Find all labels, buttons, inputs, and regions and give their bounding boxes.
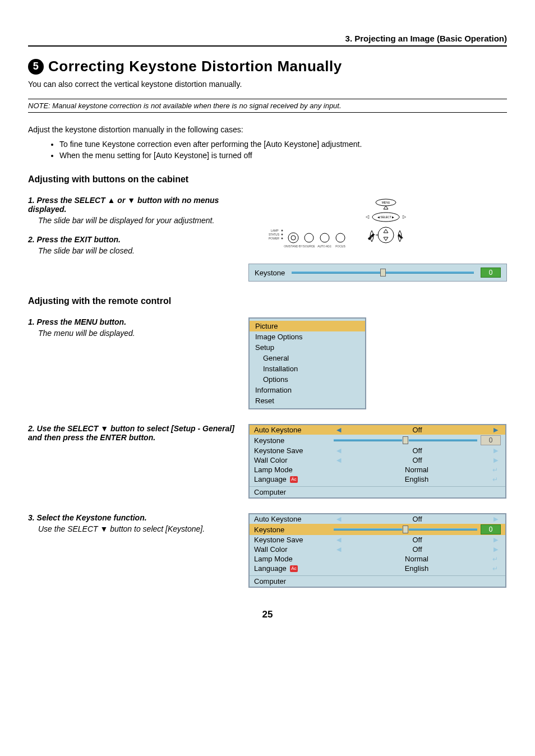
row-keystone[interactable]: Keystone 0 bbox=[250, 524, 505, 535]
slider-track[interactable] bbox=[292, 269, 474, 276]
footer-status: Computer bbox=[250, 575, 505, 587]
arrow-right-icon[interactable]: ▶ bbox=[491, 546, 501, 553]
arrow-right-icon[interactable]: ▶ bbox=[491, 515, 501, 523]
label-keystone-save: Keystone Save bbox=[250, 536, 334, 544]
subheading-remote: Adjusting with the remote control bbox=[28, 296, 507, 306]
row-language[interactable]: Language Ác English ↵ bbox=[250, 564, 505, 573]
svg-point-7 bbox=[291, 236, 296, 240]
label-wall-color: Wall Color bbox=[250, 545, 334, 554]
row-language[interactable]: Language Ác English ↵ bbox=[250, 474, 505, 484]
svg-text:SOURCE: SOURCE bbox=[303, 245, 315, 248]
arrow-left-icon[interactable]: ◀ bbox=[334, 447, 344, 454]
arrow-left-icon[interactable]: ◀ bbox=[334, 426, 344, 434]
step-title: 2. Use the SELECT ▼ button to select [Se… bbox=[28, 424, 238, 442]
value-language: English bbox=[344, 564, 490, 573]
label-keystone: Keystone bbox=[250, 525, 334, 534]
settings-panel-2: Auto Keystone ◀ Off ▶ Keystone 0 Keyston… bbox=[248, 513, 506, 588]
enter-icon[interactable]: ↵ bbox=[490, 476, 501, 483]
menu-item-reset[interactable]: Reset bbox=[250, 395, 365, 406]
keystone-value: 0 bbox=[481, 435, 501, 445]
value-keystone-save: Off bbox=[344, 536, 491, 544]
arrow-left-icon[interactable]: ◀ bbox=[334, 536, 344, 543]
menu-item-general[interactable]: General bbox=[250, 353, 365, 363]
label-keystone: Keystone bbox=[250, 436, 334, 445]
step-body: The menu will be displayed. bbox=[38, 329, 238, 338]
settings-panel-1: Auto Keystone ◀ Off ▶ Keystone 0 Keyston… bbox=[248, 424, 506, 499]
svg-text:ON/STAND BY: ON/STAND BY bbox=[284, 245, 303, 248]
row-lamp-mode[interactable]: Lamp Mode Normal ↵ bbox=[250, 554, 505, 564]
keystone-label: Keystone bbox=[255, 269, 285, 277]
arrow-right-icon[interactable]: ▶ bbox=[491, 426, 501, 434]
slider-thumb[interactable] bbox=[380, 269, 386, 276]
svg-point-10 bbox=[336, 233, 345, 242]
arrow-right-icon[interactable]: ▶ bbox=[491, 536, 501, 543]
label-language: Language Ác bbox=[250, 475, 334, 483]
value-wall-color: Off bbox=[344, 545, 491, 554]
lead-paragraph: You can also correct the vertical keysto… bbox=[28, 80, 507, 89]
bullet-list: To fine tune Keystone correction even af… bbox=[28, 140, 507, 160]
value-wall-color: Off bbox=[344, 456, 491, 464]
keystone-mini-slider[interactable] bbox=[334, 525, 477, 533]
row-lamp-mode[interactable]: Lamp Mode Normal ↵ bbox=[250, 465, 505, 474]
footer-status: Computer bbox=[250, 486, 505, 497]
step-title: 2. Press the EXIT button. bbox=[28, 235, 238, 244]
keystone-slider-box: Keystone 0 bbox=[248, 264, 507, 282]
label-wall-color: Wall Color bbox=[250, 456, 334, 464]
arrow-right-icon[interactable]: ▶ bbox=[491, 447, 501, 454]
value-keystone-save: Off bbox=[344, 446, 491, 455]
label-auto-keystone: Auto Keystone bbox=[250, 515, 334, 523]
step-body: Use the SELECT ▼ button to select [Keyst… bbox=[38, 524, 238, 533]
svg-point-9 bbox=[320, 233, 329, 242]
menu-item-information[interactable]: Information bbox=[250, 385, 365, 395]
menu-item-installation[interactable]: Installation bbox=[250, 363, 365, 374]
label-language: Language Ác bbox=[250, 564, 334, 573]
svg-point-8 bbox=[305, 233, 313, 242]
step-title: 1. Press the MENU button. bbox=[28, 317, 238, 326]
keystone-mini-slider[interactable] bbox=[334, 436, 477, 444]
row-auto-keystone[interactable]: Auto Keystone ◀ Off ▶ bbox=[250, 425, 505, 435]
row-auto-keystone[interactable]: Auto Keystone ◀ Off ▶ bbox=[250, 514, 505, 524]
cabinet-diagram: LAMP STATUS POWER ON/STAND BY SOURCE AUT… bbox=[248, 196, 422, 252]
menu-item-picture[interactable]: Picture bbox=[250, 321, 365, 331]
svg-text:AUTO ADJ.: AUTO ADJ. bbox=[317, 245, 332, 248]
language-icon: Ác bbox=[290, 565, 298, 572]
row-keystone-save[interactable]: Keystone Save ◀ Off ▶ bbox=[250, 446, 505, 455]
svg-text:◀ SELECT ▶: ◀ SELECT ▶ bbox=[377, 215, 394, 219]
bullet-item: When the menu setting for [Auto Keystone… bbox=[59, 151, 507, 160]
keystone-value: 0 bbox=[481, 524, 501, 534]
arrow-left-icon[interactable]: ◀ bbox=[334, 515, 344, 523]
menu-item-setup[interactable]: Setup bbox=[250, 342, 365, 353]
row-wall-color[interactable]: Wall Color ◀ Off ▶ bbox=[250, 455, 505, 465]
step-body: The slide bar will be closed. bbox=[38, 246, 238, 255]
bullet-item: To fine tune Keystone correction even af… bbox=[59, 140, 507, 149]
chapter-header: 3. Projecting an Image (Basic Operation) bbox=[28, 34, 507, 47]
menu-item-image-options[interactable]: Image Options bbox=[250, 331, 365, 342]
enter-icon[interactable]: ↵ bbox=[490, 555, 501, 563]
svg-marker-17 bbox=[384, 206, 388, 209]
value-auto-keystone: Off bbox=[344, 515, 491, 523]
section-title: 5 Correcting Keystone Distortion Manuall… bbox=[28, 58, 507, 75]
enter-icon[interactable]: ↵ bbox=[490, 466, 501, 474]
step-title: 1. Press the SELECT ▲ or ▼ button with n… bbox=[28, 196, 238, 214]
arrow-left-icon[interactable]: ◀ bbox=[334, 457, 344, 464]
step-body: The slide bar will be displayed for your… bbox=[38, 216, 238, 225]
label-auto-keystone: Auto Keystone bbox=[250, 426, 334, 434]
note-box: NOTE: Manual keystone correction is not … bbox=[28, 99, 507, 113]
enter-icon[interactable]: ↵ bbox=[490, 565, 501, 573]
value-auto-keystone: Off bbox=[344, 426, 491, 434]
row-wall-color[interactable]: Wall Color ◀ Off ▶ bbox=[250, 545, 505, 554]
subheading-cabinet: Adjusting with buttons on the cabinet bbox=[28, 174, 507, 185]
arrow-left-icon[interactable]: ◀ bbox=[334, 546, 344, 553]
svg-point-5 bbox=[282, 238, 283, 239]
svg-text:LAMP: LAMP bbox=[271, 229, 279, 232]
svg-text:MENU: MENU bbox=[382, 201, 390, 204]
arrow-right-icon[interactable]: ▶ bbox=[491, 457, 501, 464]
svg-text:▷: ▷ bbox=[403, 214, 407, 219]
menu-item-options[interactable]: Options bbox=[250, 374, 365, 385]
row-keystone-save[interactable]: Keystone Save ◀ Off ▶ bbox=[250, 535, 505, 545]
language-icon: Ác bbox=[290, 476, 298, 483]
row-keystone[interactable]: Keystone 0 bbox=[250, 435, 505, 446]
step-title: 3. Select the Keystone function. bbox=[28, 513, 238, 522]
label-keystone-save: Keystone Save bbox=[250, 446, 334, 455]
main-menu: Picture Image Options Setup General Inst… bbox=[248, 317, 366, 409]
